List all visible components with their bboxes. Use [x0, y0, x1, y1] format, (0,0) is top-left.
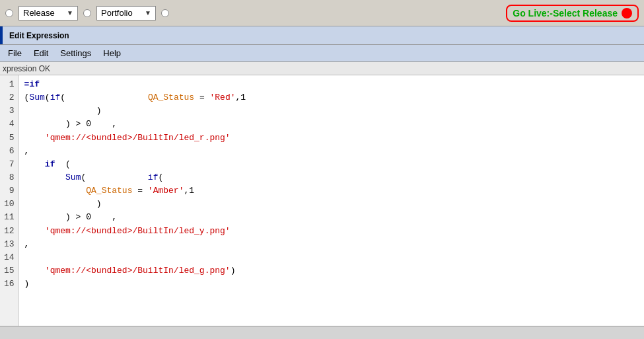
left-indicator: [0, 26, 3, 44]
line-number: 15: [4, 264, 15, 278]
radio-2[interactable]: [83, 9, 91, 17]
line-number: 6: [4, 145, 15, 158]
radio-3[interactable]: [161, 9, 169, 17]
code-line: ) > 0 ,: [24, 118, 639, 131]
expr-title-bar: Edit Expression: [0, 26, 644, 45]
bottom-strip: [0, 326, 644, 339]
code-line: if (: [24, 158, 639, 171]
code-line: ) > 0 ,: [24, 211, 639, 224]
menu-bar: File Edit Settings Help: [0, 45, 644, 62]
code-line: Sum( if(: [24, 171, 639, 184]
line-number: 7: [4, 158, 15, 171]
code-editor[interactable]: 12345678910111213141516 =if(Sum(if( QA_S…: [0, 75, 644, 326]
release-dropdown[interactable]: Release ▼: [18, 6, 78, 20]
status-text: xpression OK: [3, 64, 50, 73]
code-line: ): [24, 198, 639, 211]
line-number: 8: [4, 171, 15, 184]
code-line: [24, 251, 639, 264]
radio-1[interactable]: [5, 9, 13, 17]
code-line: 'qmem://<bundled>/BuiltIn/led_y.png': [24, 225, 639, 238]
portfolio-dropdown[interactable]: Portfolio ▼: [96, 6, 156, 20]
line-number: 12: [4, 225, 15, 238]
go-live-area[interactable]: Go Live:-Select Release: [506, 5, 639, 22]
line-numbers: 12345678910111213141516: [0, 75, 19, 326]
code-line: ,: [24, 145, 639, 158]
go-live-red-dot: [622, 8, 632, 19]
release-dropdown-label: Release: [23, 8, 55, 18]
menu-edit[interactable]: Edit: [28, 47, 54, 59]
line-number: 10: [4, 198, 15, 211]
line-number: 11: [4, 211, 15, 224]
line-number: 3: [4, 104, 15, 118]
menu-file[interactable]: File: [3, 47, 27, 59]
code-line: ,: [24, 238, 639, 251]
menu-settings[interactable]: Settings: [55, 47, 96, 59]
code-line: 'qmem://<bundled>/BuiltIn/led_g.png'): [24, 264, 639, 278]
line-number: 16: [4, 278, 15, 291]
code-line: ): [24, 104, 639, 118]
status-bar: xpression OK: [0, 62, 644, 75]
portfolio-dropdown-label: Portfolio: [101, 8, 133, 18]
line-number: 2: [4, 91, 15, 104]
release-dropdown-arrow: ▼: [67, 9, 73, 17]
menu-help[interactable]: Help: [98, 47, 126, 59]
line-number: 9: [4, 184, 15, 198]
expr-title: Edit Expression: [9, 31, 69, 40]
code-line: (Sum(if( QA_Status = 'Red',1: [24, 91, 639, 104]
line-number: 13: [4, 238, 15, 251]
code-line: ): [24, 278, 639, 291]
line-number: 5: [4, 132, 15, 145]
code-line: =if: [24, 78, 639, 91]
code-content[interactable]: =if(Sum(if( QA_Status = 'Red',1 ) ) > 0 …: [19, 75, 644, 326]
line-number: 1: [4, 78, 15, 91]
portfolio-dropdown-arrow: ▼: [145, 9, 151, 17]
toolbar: Release ▼ Portfolio ▼ Go Live:-Select Re…: [0, 0, 644, 26]
code-line: 'qmem://<bundled>/BuiltIn/led_r.png': [24, 132, 639, 145]
line-number: 14: [4, 251, 15, 264]
line-number: 4: [4, 118, 15, 131]
code-line: QA_Status = 'Amber',1: [24, 184, 639, 198]
go-live-text: Go Live:-Select Release: [513, 8, 618, 19]
